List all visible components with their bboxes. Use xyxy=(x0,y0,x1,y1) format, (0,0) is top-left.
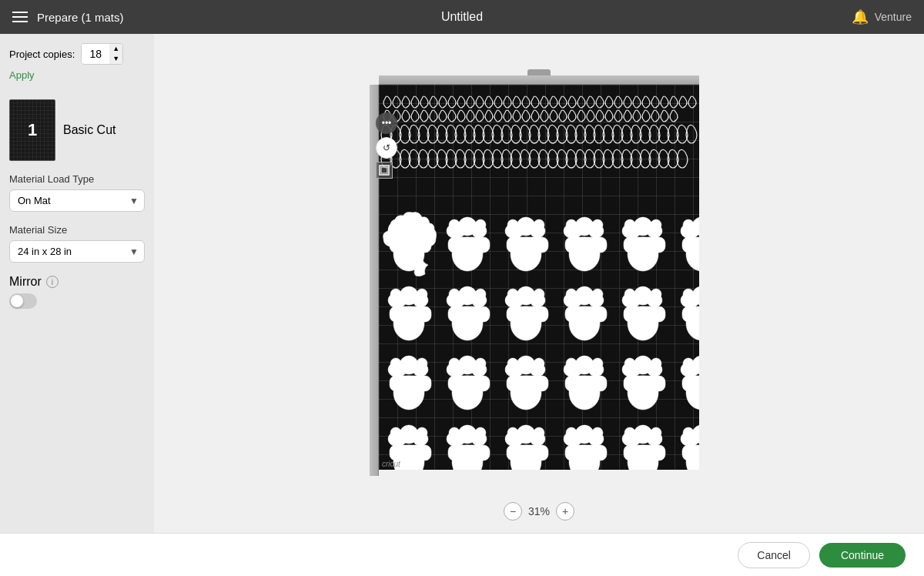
svg-point-139 xyxy=(475,427,486,438)
svg-point-152 xyxy=(566,427,577,438)
zoom-in-icon: + xyxy=(562,505,568,517)
svg-point-159 xyxy=(624,427,635,438)
material-size-wrapper: 24 in x 28 in 12 in x 12 in 12 in x 24 i… xyxy=(9,240,145,263)
svg-point-145 xyxy=(507,427,518,438)
svg-point-54 xyxy=(449,289,460,300)
mat-art xyxy=(379,85,699,470)
svg-point-32 xyxy=(628,237,658,271)
cancel-button[interactable]: Cancel xyxy=(738,542,810,568)
svg-point-96 xyxy=(449,358,460,369)
mirror-toggle[interactable] xyxy=(9,293,37,309)
svg-point-60 xyxy=(511,306,541,340)
material-load-type-select[interactable]: On Mat Without Mat xyxy=(9,189,145,212)
copies-down-button[interactable]: ▼ xyxy=(109,54,122,64)
svg-point-89 xyxy=(390,358,401,369)
svg-point-25 xyxy=(569,237,600,271)
copies-up-button[interactable]: ▲ xyxy=(109,44,122,54)
project-copies-label: Project copies: xyxy=(9,49,75,60)
svg-point-131 xyxy=(390,427,401,438)
mat-board[interactable]: cricut xyxy=(379,85,699,470)
svg-point-55 xyxy=(475,289,486,300)
svg-point-48 xyxy=(417,289,427,300)
mat-top-handle xyxy=(527,69,551,75)
more-options-button[interactable]: ••• xyxy=(376,112,397,134)
svg-point-118 xyxy=(651,358,661,369)
svg-point-75 xyxy=(624,289,635,300)
svg-point-132 xyxy=(417,427,427,438)
copies-input[interactable] xyxy=(82,45,109,63)
mirror-row: Mirror i xyxy=(9,275,145,289)
svg-point-68 xyxy=(566,289,577,300)
svg-point-103 xyxy=(507,358,518,369)
svg-point-138 xyxy=(449,427,460,438)
svg-point-69 xyxy=(592,289,603,300)
mat-thumbnail: 1 Basic Cut xyxy=(9,99,145,161)
svg-point-18 xyxy=(511,237,541,271)
svg-point-4 xyxy=(393,237,424,271)
svg-point-53 xyxy=(452,306,483,340)
svg-point-102 xyxy=(511,376,541,410)
refresh-button[interactable]: ↺ xyxy=(376,137,397,159)
mat-label: Basic Cut xyxy=(63,123,116,137)
svg-point-82 xyxy=(683,289,694,300)
svg-point-153 xyxy=(592,427,603,438)
svg-point-13 xyxy=(475,219,486,230)
svg-point-166 xyxy=(683,427,694,438)
menu-button[interactable] xyxy=(12,12,28,22)
mat-number: 1 xyxy=(28,120,37,140)
cricut-watermark: cricut xyxy=(382,460,400,468)
sidebar: Project copies: ▲ ▼ Apply 1 Basic Cut Ma… xyxy=(0,34,154,533)
continue-button[interactable]: Continue xyxy=(819,543,906,568)
app-header: Prepare (1 mats) Untitled 🔔 Venture xyxy=(0,0,924,34)
svg-point-20 xyxy=(534,219,544,230)
svg-point-160 xyxy=(651,427,661,438)
float-controls: ••• ↺ xyxy=(376,112,397,179)
svg-point-111 xyxy=(592,358,603,369)
svg-point-146 xyxy=(534,427,544,438)
copies-input-wrapper: ▲ ▼ xyxy=(81,43,123,65)
document-title: Untitled xyxy=(441,10,483,24)
material-load-type-wrapper: On Mat Without Mat ▼ xyxy=(9,189,145,212)
zoom-out-button[interactable]: − xyxy=(504,502,522,521)
footer: Cancel Continue xyxy=(0,533,924,576)
svg-point-74 xyxy=(628,306,658,340)
svg-point-97 xyxy=(475,358,486,369)
svg-point-47 xyxy=(390,289,401,300)
copies-spinner: ▲ ▼ xyxy=(109,44,122,64)
zoom-in-button[interactable]: + xyxy=(556,502,574,521)
material-size-label: Material Size xyxy=(9,224,145,236)
svg-rect-169 xyxy=(381,167,387,173)
svg-point-95 xyxy=(452,376,483,410)
selection-box[interactable] xyxy=(376,162,393,179)
apply-button[interactable]: Apply xyxy=(9,69,35,81)
mirror-info-icon[interactable]: i xyxy=(46,276,59,288)
svg-point-109 xyxy=(569,376,600,410)
svg-point-46 xyxy=(393,306,424,340)
material-size-select[interactable]: 24 in x 28 in 12 in x 12 in 12 in x 24 i… xyxy=(9,240,145,263)
svg-point-116 xyxy=(628,376,658,410)
svg-point-62 xyxy=(534,289,544,300)
bell-icon[interactable]: 🔔 xyxy=(852,8,869,25)
svg-point-5 xyxy=(390,219,401,230)
canvas-area: cricut ••• ↺ xyxy=(154,34,924,533)
svg-point-40 xyxy=(683,219,694,230)
svg-point-27 xyxy=(592,219,603,230)
svg-point-26 xyxy=(566,219,577,230)
svg-point-19 xyxy=(507,219,518,230)
svg-point-88 xyxy=(393,376,424,410)
toggle-knob xyxy=(11,295,23,307)
svg-point-117 xyxy=(624,358,635,369)
svg-point-67 xyxy=(569,306,600,340)
svg-point-90 xyxy=(417,358,427,369)
machine-label: Venture xyxy=(875,11,912,23)
svg-point-33 xyxy=(624,219,635,230)
zoom-out-icon: − xyxy=(510,505,516,517)
svg-point-124 xyxy=(683,358,694,369)
svg-point-110 xyxy=(566,358,577,369)
zoom-level: 31% xyxy=(528,505,550,517)
mat-ruler-top xyxy=(379,75,699,85)
svg-point-104 xyxy=(534,358,544,369)
svg-point-34 xyxy=(651,219,661,230)
svg-point-6 xyxy=(417,219,427,230)
zoom-controls: − 31% + xyxy=(504,502,574,521)
